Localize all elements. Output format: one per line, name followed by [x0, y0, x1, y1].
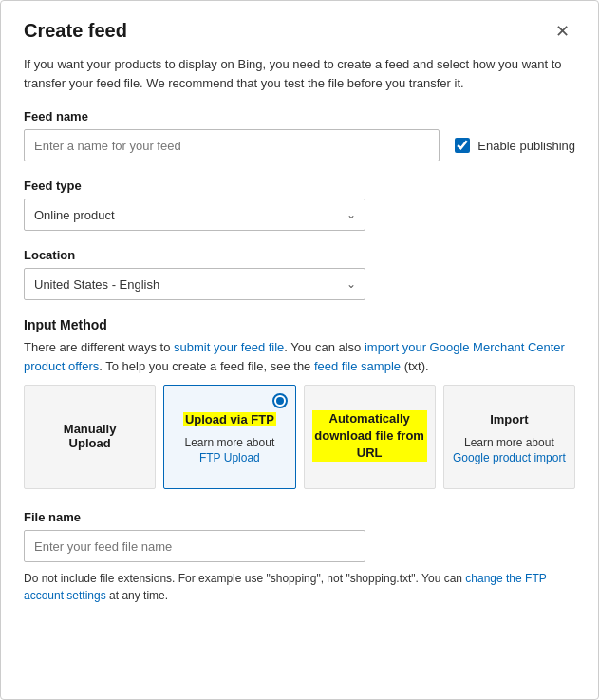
method-cards: ManuallyUpload Upload via FTP Learn more… — [24, 385, 575, 489]
feed-name-section: Feed name Enable publishing — [24, 109, 575, 161]
input-method-title: Input Method — [24, 317, 575, 332]
feed-type-select[interactable]: Online product — [24, 199, 365, 231]
feed-type-label: Feed type — [24, 179, 575, 193]
ftp-title: Upload via FTP — [183, 412, 276, 426]
ftp-learn-more-text: Learn more about — [185, 436, 275, 449]
method-card-auto[interactable]: Automatically download file from URL — [304, 385, 436, 489]
input-method-section: Input Method There are different ways to… — [24, 317, 575, 489]
ftp-title-text: Upload via FTP — [183, 412, 276, 426]
submit-feed-link[interactable]: submit your feed file — [174, 340, 284, 354]
feed-name-label: Feed name — [24, 109, 575, 123]
import-learn-more-text: Learn more about — [453, 436, 566, 449]
feed-type-section: Feed type Online product ⌄ — [24, 179, 575, 231]
enable-publishing-row: Enable publishing — [455, 138, 575, 153]
enable-publishing-checkbox[interactable] — [455, 138, 470, 153]
method-card-ftp[interactable]: Upload via FTP Learn more about FTP Uplo… — [163, 385, 295, 489]
location-label: Location — [24, 248, 575, 262]
auto-title-text: Automatically download file from URL — [312, 410, 427, 463]
import-sub: Learn more about Google product import — [453, 436, 566, 464]
enable-publishing-label[interactable]: Enable publishing — [477, 139, 575, 153]
intro-text: If you want your products to display on … — [24, 55, 575, 92]
location-section: Location United States - English ⌄ — [24, 248, 575, 300]
file-name-section: File name Do not include file extensions… — [24, 510, 575, 604]
file-name-note: Do not include file extensions. For exam… — [24, 570, 575, 604]
google-import-link[interactable]: Google product import — [453, 451, 566, 464]
file-name-input[interactable] — [24, 530, 365, 562]
manually-title: ManuallyUpload — [64, 422, 117, 450]
ftp-radio-indicator — [272, 393, 288, 408]
location-select[interactable]: United States - English — [24, 268, 365, 300]
feed-name-row: Enable publishing — [24, 129, 575, 161]
dialog-header: Create feed ✕ — [24, 20, 575, 42]
import-gmc-link[interactable]: import your Google Merchant Center produ… — [24, 340, 565, 373]
feed-type-wrapper: Online product ⌄ — [24, 199, 365, 231]
auto-title: Automatically download file from URL — [312, 410, 427, 463]
import-title: Import — [490, 412, 528, 426]
method-card-import[interactable]: Import Learn more about Google product i… — [443, 385, 575, 489]
feed-name-input[interactable] — [24, 129, 440, 161]
ftp-account-settings-link[interactable]: change the FTP account settings — [24, 572, 547, 602]
feed-sample-link[interactable]: feed file sample — [314, 359, 401, 373]
ftp-upload-link[interactable]: FTP Upload — [199, 451, 260, 464]
input-method-desc: There are different ways to submit your … — [24, 338, 575, 375]
location-wrapper: United States - English ⌄ — [24, 268, 365, 300]
close-button[interactable]: ✕ — [550, 21, 575, 42]
create-feed-dialog: Create feed ✕ If you want your products … — [0, 0, 599, 700]
method-card-manually[interactable]: ManuallyUpload — [24, 385, 156, 489]
file-name-label: File name — [24, 510, 575, 524]
ftp-sub: Learn more about FTP Upload — [185, 436, 275, 464]
dialog-title: Create feed — [24, 20, 127, 42]
